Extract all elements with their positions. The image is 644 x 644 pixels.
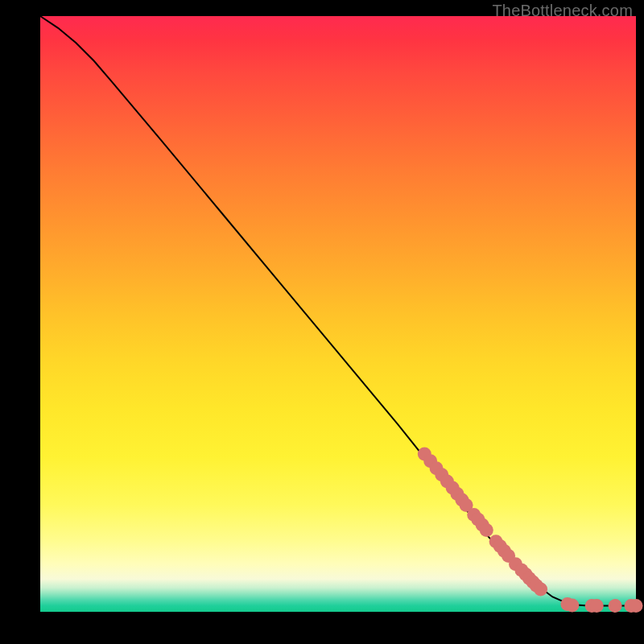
data-point [534,582,547,596]
bottleneck-curve [40,16,636,606]
chart-stage: TheBottleneck.com [0,0,644,644]
data-point [630,599,643,613]
data-point [565,598,579,612]
data-point [480,523,493,537]
data-point [590,599,604,613]
plot-area [40,16,636,612]
highlighted-points-group [418,447,643,613]
chart-svg [40,16,636,612]
data-point [609,599,622,613]
